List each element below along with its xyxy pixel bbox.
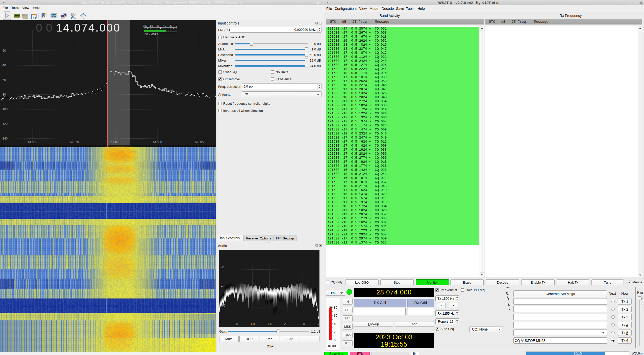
svg-text:-100: -100 bbox=[142, 24, 147, 27]
svg-text:2: 2 bbox=[509, 304, 510, 307]
svg-text:0: 0 bbox=[334, 339, 336, 342]
svg-text:60: 60 bbox=[334, 314, 337, 317]
svg-text:-20: -20 bbox=[169, 24, 172, 27]
svg-text:81 dB: 81 dB bbox=[328, 344, 336, 348]
svg-text:20: 20 bbox=[334, 330, 337, 334]
svg-text:-80: -80 bbox=[149, 24, 153, 27]
svg-text:1: 1 bbox=[507, 292, 509, 295]
svg-text:80: 80 bbox=[334, 306, 337, 309]
svg-text:-34.4 dBFS: -34.4 dBFS bbox=[144, 33, 158, 36]
svg-text:-40: -40 bbox=[162, 24, 166, 27]
svg-text:-60: -60 bbox=[156, 24, 160, 27]
svg-text:0: 0 bbox=[176, 24, 177, 27]
svg-text:40: 40 bbox=[334, 322, 337, 326]
